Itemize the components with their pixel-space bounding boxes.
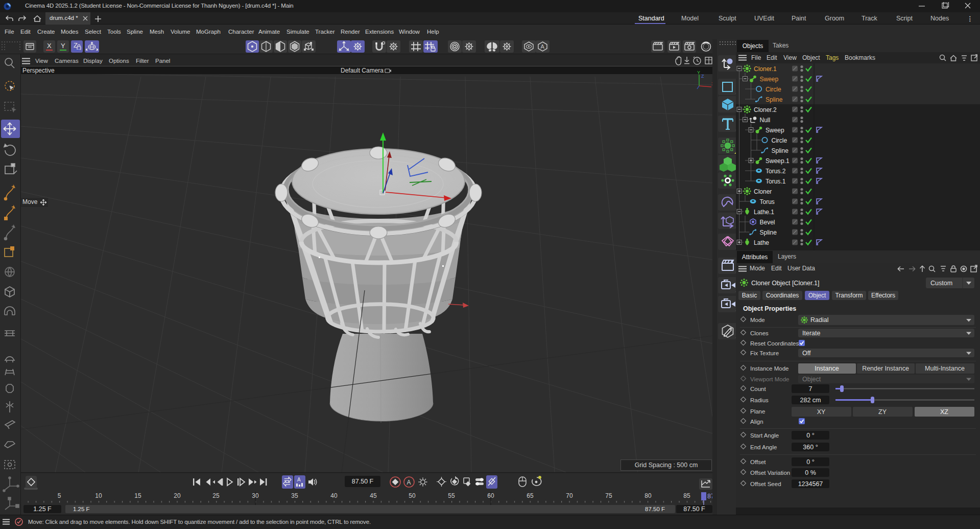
svg-text:End Angle: End Angle (750, 444, 777, 450)
svg-text:55: 55 (448, 492, 455, 499)
svg-text:A: A (541, 43, 545, 50)
svg-text:Radial: Radial (810, 316, 828, 324)
svg-text:Clones: Clones (750, 330, 769, 336)
svg-text:25: 25 (212, 492, 220, 499)
svg-text:Transform: Transform (835, 292, 863, 299)
svg-text:Sweep.1: Sweep.1 (766, 157, 790, 165)
svg-text:Object: Object (808, 292, 826, 299)
svg-text:Sweep: Sweep (766, 127, 784, 134)
svg-text:Torus.1: Torus.1 (766, 178, 786, 185)
svg-text:30: 30 (252, 492, 259, 499)
svg-text:Y: Y (697, 71, 700, 75)
svg-text:0 °: 0 ° (806, 432, 814, 439)
svg-text:Cloner.1: Cloner.1 (754, 65, 777, 73)
svg-text:Cloner: Cloner (754, 188, 772, 195)
svg-text:1234567: 1234567 (798, 480, 823, 488)
svg-text:Torus.2: Torus.2 (766, 168, 786, 175)
svg-text:70: 70 (566, 492, 573, 499)
svg-text:65: 65 (527, 492, 534, 499)
svg-text:0 %: 0 % (805, 469, 816, 476)
svg-text:Spline: Spline (772, 147, 789, 154)
svg-text:40: 40 (330, 492, 338, 499)
svg-text:Basic: Basic (742, 292, 757, 299)
svg-text:282 cm: 282 cm (800, 397, 821, 404)
svg-text:Radius: Radius (750, 397, 769, 403)
svg-text:15: 15 (134, 492, 141, 499)
svg-text:A: A (407, 479, 411, 486)
svg-text:Null: Null (760, 117, 771, 124)
svg-text:Spline: Spline (760, 229, 777, 236)
svg-text:45: 45 (370, 492, 377, 499)
svg-text:0 °: 0 ° (806, 458, 814, 466)
svg-text:Instance Mode: Instance Mode (750, 365, 788, 372)
svg-text:20: 20 (174, 492, 181, 499)
svg-text:Spline: Spline (766, 96, 783, 103)
svg-text:Object: Object (802, 376, 821, 383)
svg-text:Cloner.2: Cloner.2 (754, 106, 777, 113)
svg-text:Mode: Mode (750, 317, 765, 323)
svg-text:Cloner Object [Cloner.1]: Cloner Object [Cloner.1] (751, 280, 819, 287)
svg-text:60: 60 (487, 492, 494, 499)
svg-text:Z: Z (701, 74, 704, 79)
svg-text:35: 35 (291, 492, 298, 499)
svg-text:A: A (297, 477, 301, 482)
svg-text:10: 10 (95, 492, 102, 499)
svg-text:Viewport Mode: Viewport Mode (750, 376, 790, 382)
svg-text:Start Angle: Start Angle (750, 432, 779, 439)
svg-text:Count: Count (750, 386, 766, 392)
svg-text:Sweep: Sweep (760, 76, 779, 83)
svg-text:360 °: 360 ° (803, 444, 818, 451)
svg-text:Offset Seed: Offset Seed (750, 481, 781, 487)
svg-text:Render Instance: Render Instance (862, 365, 909, 372)
svg-text:Lathe: Lathe (754, 239, 769, 246)
svg-text:Fix Texture: Fix Texture (750, 350, 779, 356)
svg-text:Offset Variation: Offset Variation (750, 470, 790, 476)
svg-text:Reset Coordinates: Reset Coordinates (750, 340, 799, 347)
svg-text:7: 7 (809, 385, 812, 393)
svg-text:Coordinates: Coordinates (766, 292, 799, 299)
svg-text:Bevel: Bevel (760, 219, 775, 226)
svg-text:X: X (47, 42, 52, 50)
svg-text:85: 85 (683, 492, 690, 499)
svg-text:Circle: Circle (766, 86, 781, 93)
svg-text:Torus: Torus (760, 198, 775, 205)
svg-text:Align: Align (750, 419, 763, 425)
svg-text:Lathe.1: Lathe.1 (754, 209, 774, 216)
svg-text:Iterate: Iterate (802, 330, 820, 337)
svg-text:Object Properties: Object Properties (743, 305, 796, 312)
svg-text:XY: XY (817, 408, 826, 416)
svg-text:5: 5 (58, 492, 61, 499)
svg-text:75: 75 (605, 492, 612, 499)
svg-text:Y: Y (61, 42, 65, 50)
svg-text:XZ: XZ (940, 408, 948, 416)
svg-text:80: 80 (644, 492, 652, 499)
svg-text:87: 87 (707, 493, 712, 500)
svg-text:Offset: Offset (750, 459, 766, 465)
svg-text:Effectors: Effectors (871, 292, 895, 299)
svg-text:ZY: ZY (878, 408, 887, 416)
svg-text:Plane: Plane (750, 408, 765, 415)
svg-text:Instance: Instance (815, 365, 839, 372)
svg-text:Multi-Instance: Multi-Instance (925, 365, 965, 372)
svg-text:Off: Off (802, 350, 811, 357)
svg-text:50: 50 (409, 492, 416, 499)
svg-text:Custom: Custom (930, 280, 952, 287)
svg-text:Circle: Circle (772, 137, 787, 144)
